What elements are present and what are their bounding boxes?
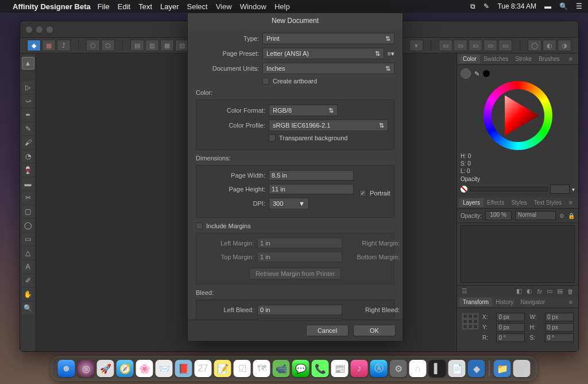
traffic-min[interactable] (36, 26, 42, 33)
node-tool[interactable]: ▷ (22, 81, 34, 94)
color-wheel[interactable] (483, 81, 552, 150)
toolbar-btn-2[interactable]: ⬡ (101, 40, 115, 51)
spotlight-icon[interactable]: 🔍 (559, 2, 568, 10)
fill-stroke-swatch[interactable] (461, 68, 471, 79)
corner-tool[interactable]: ⤻ (22, 95, 34, 107)
tab-swatches[interactable]: Swatches (480, 55, 512, 63)
dock-facetime[interactable]: 📹 (273, 360, 290, 377)
rounded-tool[interactable]: ▭ (22, 233, 34, 245)
toolbar-btn-align3[interactable]: ▦ (160, 40, 174, 51)
artistic-text-tool[interactable]: A (22, 260, 34, 273)
dpi-select[interactable]: 300▼ (269, 198, 309, 209)
tab-layers[interactable]: Layers (459, 198, 483, 207)
height-field[interactable] (269, 184, 354, 194)
eyedropper-icon[interactable]: ✎ (474, 70, 479, 78)
tab-stroke[interactable]: Stroke (512, 55, 535, 63)
pencil-tool[interactable]: ✎ (22, 122, 34, 135)
tab-color[interactable]: Color (459, 55, 480, 63)
eyedropper-tool[interactable]: ✐ (22, 274, 34, 287)
units-select[interactable]: Inches⇅ (262, 63, 394, 74)
tab-navigator[interactable]: Navigator (517, 298, 548, 306)
snap-dropdown[interactable]: ▾ (409, 40, 423, 51)
dock-messages[interactable]: 💬 (292, 360, 310, 377)
tab-text-styles[interactable]: Text Styles (531, 198, 565, 207)
width-field[interactable] (269, 170, 354, 181)
dock-news[interactable]: 📰 (331, 360, 349, 377)
opacity-slider[interactable] (470, 187, 548, 191)
place-tool[interactable]: ▬ (22, 178, 34, 190)
transform-panel-menu-icon[interactable]: ≡ (566, 298, 576, 306)
menu-select[interactable]: Select (187, 2, 208, 11)
y-field[interactable] (496, 323, 525, 332)
tab-brushes[interactable]: Brushes (535, 55, 563, 63)
persona-pixel[interactable]: ▦ (42, 40, 56, 51)
ellipse-tool[interactable]: ◯ (22, 219, 34, 232)
toolbar-btn-align1[interactable]: ▤ (130, 40, 144, 51)
crop-tool[interactable]: ✂ (22, 191, 34, 204)
black-swatch[interactable] (483, 70, 490, 77)
script-icon[interactable]: ✎ (483, 2, 489, 10)
h-field[interactable] (545, 323, 574, 332)
menu-window[interactable]: Window (240, 2, 266, 11)
dock-downloads[interactable]: 📁 (494, 360, 511, 377)
preset-select[interactable]: Letter (ANSI A)⇅ (262, 48, 384, 59)
zoom-tool[interactable]: 🔍 (22, 302, 34, 314)
lock-icon[interactable]: 🔒 (568, 213, 575, 219)
move-tool[interactable]: ▲ (22, 57, 34, 70)
ok-button[interactable]: OK (353, 325, 396, 336)
dock-reminders[interactable]: ☑ (234, 360, 251, 377)
toolbar-btn-align2[interactable]: ▥ (145, 40, 159, 51)
tab-history[interactable]: History (492, 298, 517, 306)
pen-tool[interactable]: ✒ (22, 109, 34, 121)
dock-finder[interactable]: ☻ (58, 360, 75, 377)
dock-maps[interactable]: 🗺 (253, 360, 270, 377)
layer-opacity-value[interactable]: 100 % (485, 211, 512, 220)
clock[interactable]: Tue 8:34 AM (497, 2, 536, 10)
traffic-close[interactable] (26, 26, 32, 33)
dock-itunes[interactable]: ♪ (351, 360, 368, 377)
blend-mode-select[interactable]: Normal (515, 211, 556, 220)
dock-photos[interactable]: 🌸 (136, 360, 153, 377)
menu-text[interactable]: Text (138, 2, 152, 11)
retrieve-margin-button[interactable]: Retrieve Margin from Printer (249, 268, 341, 279)
dock-trash[interactable]: 🗑 (513, 360, 531, 377)
fill-tool[interactable]: ◔ (22, 150, 34, 163)
layers-panel-menu-icon[interactable]: ≡ (566, 198, 576, 207)
dock-affinity[interactable]: ◆ (468, 360, 485, 377)
dock-contacts[interactable]: 📕 (175, 360, 192, 377)
add-layer-icon[interactable]: ▤ (557, 287, 563, 295)
dock-notes[interactable]: 📝 (214, 360, 231, 377)
menu-list-icon[interactable]: ☰ (576, 2, 582, 10)
artboard-checkbox[interactable] (262, 78, 269, 85)
toolbar-arrange-3[interactable]: ▭ (469, 40, 482, 51)
dock-phone[interactable]: 📞 (312, 360, 329, 377)
fx-icon[interactable]: fx (537, 288, 542, 295)
triangle-tool[interactable]: △ (22, 247, 34, 259)
type-select[interactable]: Print⇅ (262, 33, 394, 44)
brush-tool[interactable]: 🖌 (22, 136, 34, 149)
menu-layer[interactable]: Layer (160, 2, 179, 11)
menu-edit[interactable]: Edit (118, 2, 130, 11)
menu-file[interactable]: File (98, 2, 110, 11)
transparency-tool[interactable]: 🍷 (22, 164, 34, 176)
mask-icon[interactable]: ◧ (516, 287, 522, 295)
toolbar-bool-3[interactable]: ◑ (558, 40, 571, 51)
dock-terminal[interactable]: ▌ (429, 360, 446, 377)
cancel-button[interactable]: Cancel (306, 325, 349, 336)
dock-launchpad[interactable]: 🚀 (97, 360, 114, 377)
layers-stack-icon[interactable]: ☰ (462, 287, 467, 295)
toolbar-arrange-1[interactable]: ▭ (439, 40, 452, 51)
left-margin-field[interactable] (257, 238, 342, 248)
color-format-select[interactable]: RGB/8⇅ (269, 105, 338, 116)
tab-transform[interactable]: Transform (459, 298, 492, 306)
dock-textedit[interactable]: 📄 (448, 360, 466, 377)
toolbar-arrange-5[interactable]: ▭ (498, 40, 512, 51)
opacity-value[interactable] (550, 185, 570, 194)
gear-icon[interactable]: ⚙ (559, 213, 564, 219)
top-margin-field[interactable] (257, 252, 342, 262)
portrait-checkbox[interactable] (359, 190, 366, 197)
tab-effects[interactable]: Effects (483, 198, 508, 207)
menu-view[interactable]: View (216, 2, 232, 11)
color-profile-select[interactable]: sRGB IEC61966-2.1⇅ (269, 120, 388, 131)
dock-safari[interactable]: 🧭 (117, 360, 134, 377)
